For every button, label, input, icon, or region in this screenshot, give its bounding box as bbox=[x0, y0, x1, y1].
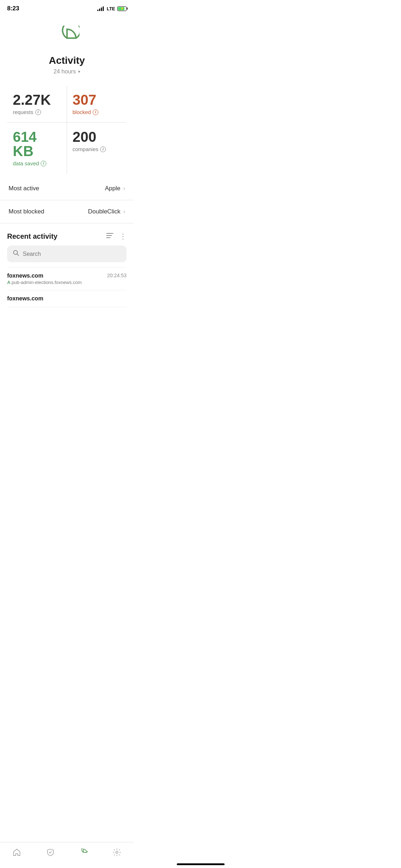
lte-label: LTE bbox=[107, 6, 115, 11]
blocked-info-icon[interactable]: i bbox=[93, 109, 98, 115]
recent-title: Recent activity bbox=[7, 232, 57, 241]
activity-list: foxnews.com 20:24:53 A pub-admin-electio… bbox=[7, 267, 127, 307]
most-blocked-chevron-icon: › bbox=[123, 208, 125, 215]
activity-item[interactable]: foxnews.com 20:24:53 A pub-admin-electio… bbox=[7, 268, 127, 290]
search-input[interactable] bbox=[23, 251, 121, 257]
header-section: Activity 24 hours ▾ bbox=[0, 15, 134, 82]
status-bar: 8:23 LTE ⚡ bbox=[0, 0, 134, 15]
most-blocked-row[interactable]: Most blocked DoubleClick › bbox=[0, 200, 134, 223]
activity-rows: Most active Apple › Most blocked DoubleC… bbox=[0, 177, 134, 223]
activity-time: 20:24:53 bbox=[107, 273, 127, 278]
pie-chart-icon bbox=[55, 26, 79, 51]
requests-label: requests i bbox=[13, 109, 41, 115]
companies-value: 200 bbox=[73, 130, 97, 144]
most-active-right: Apple › bbox=[105, 185, 125, 192]
data-saved-label: data saved i bbox=[13, 160, 46, 166]
blocked-label: blocked i bbox=[73, 109, 99, 115]
activity-item-header-2: foxnews.com bbox=[7, 295, 127, 302]
activity-domain-2: foxnews.com bbox=[7, 295, 43, 302]
activity-item-2[interactable]: foxnews.com bbox=[7, 290, 127, 307]
data-saved-value: 614 KB bbox=[13, 130, 61, 158]
status-icons: LTE ⚡ bbox=[97, 6, 127, 11]
most-blocked-value: DoubleClick bbox=[88, 208, 120, 215]
stat-companies: 200 companies i bbox=[67, 123, 127, 174]
companies-label: companies i bbox=[73, 146, 106, 152]
requests-value: 2.27K bbox=[13, 93, 51, 107]
activity-prefix: A bbox=[7, 280, 12, 285]
companies-info-icon[interactable]: i bbox=[100, 146, 106, 152]
most-active-label: Most active bbox=[9, 185, 39, 192]
time-range-selector[interactable]: 24 hours ▾ bbox=[53, 68, 80, 75]
recent-header: Recent activity ⋮ bbox=[7, 232, 127, 241]
data-saved-info-icon[interactable]: i bbox=[41, 161, 46, 166]
most-active-chevron-icon: › bbox=[123, 185, 125, 192]
stat-blocked: 307 blocked i bbox=[67, 86, 127, 123]
battery-icon: ⚡ bbox=[117, 6, 127, 11]
stat-requests: 2.27K requests i bbox=[7, 86, 67, 123]
stats-grid: 2.27K requests i 307 blocked i 614 KB da… bbox=[7, 86, 127, 174]
activity-subdomain: A pub-admin-elections.foxnews.com bbox=[7, 280, 127, 285]
blocked-value: 307 bbox=[73, 93, 97, 107]
most-active-row[interactable]: Most active Apple › bbox=[0, 177, 134, 200]
activity-domain: foxnews.com bbox=[7, 273, 43, 279]
chevron-down-icon: ▾ bbox=[78, 69, 80, 74]
time-range-label: 24 hours bbox=[53, 68, 76, 75]
search-bar[interactable] bbox=[7, 246, 127, 262]
more-options-icon[interactable]: ⋮ bbox=[119, 232, 127, 241]
activity-item-header: foxnews.com 20:24:53 bbox=[7, 273, 127, 279]
svg-line-6 bbox=[17, 254, 19, 256]
page-title: Activity bbox=[49, 55, 85, 66]
signal-icon bbox=[97, 6, 104, 11]
requests-info-icon[interactable]: i bbox=[35, 109, 41, 115]
status-time: 8:23 bbox=[7, 5, 19, 12]
filter-icon[interactable] bbox=[106, 232, 114, 241]
stat-data-saved: 614 KB data saved i bbox=[7, 123, 67, 174]
search-icon bbox=[13, 250, 19, 258]
most-active-value: Apple bbox=[105, 185, 120, 192]
most-blocked-label: Most blocked bbox=[9, 208, 44, 215]
recent-section: Recent activity ⋮ foxne bbox=[0, 223, 134, 343]
recent-actions: ⋮ bbox=[106, 232, 127, 241]
most-blocked-right: DoubleClick › bbox=[88, 208, 125, 215]
